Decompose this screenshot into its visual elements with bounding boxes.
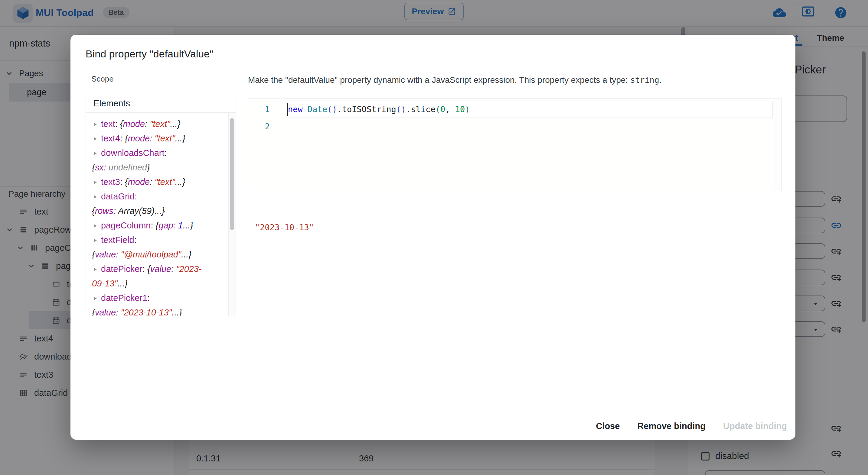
remove-binding-button[interactable]: Remove binding (630, 417, 713, 435)
js-expression-editor[interactable]: 12 new Date().toISOString().slice(0, 10) (248, 99, 782, 191)
scope-label: Scope (91, 74, 114, 84)
editor-cursor (287, 103, 288, 116)
scope-scrollbar-track[interactable] (228, 113, 236, 316)
scope-element-datePicker[interactable]: datePicker: {value: "2023-09-13"...} (92, 262, 227, 291)
scope-element-pageColumn[interactable]: pageColumn: {gap: 1...} (92, 218, 227, 233)
dialog-title: Bind property "defaultValue" (86, 48, 213, 60)
dialog-actions: Close Remove binding Update binding (589, 417, 794, 435)
scope-element-downloadsChart[interactable]: downloadsChart: {sx: undefined} (92, 146, 227, 175)
code-line: new Date().toISOString().slice(0, 10) (288, 101, 771, 118)
expression-result-preview: "2023-10-13" (255, 223, 314, 232)
line-number: 2 (248, 118, 270, 135)
scope-element-textField[interactable]: textField: {value: "@mui/toolpad"...} (92, 233, 227, 262)
update-binding-button[interactable]: Update binding (716, 417, 794, 435)
editor-scrollbar-gutter (773, 99, 781, 191)
scope-element-text4[interactable]: text4: {mode: "text"...} (92, 131, 227, 146)
scope-element-datePicker1[interactable]: datePicker1: {value: "2023-10-13"...} (92, 291, 227, 316)
bind-property-dialog: Bind property "defaultValue" Scope Eleme… (70, 35, 796, 440)
description-text: Make the "defaultValue" property dynamic… (248, 75, 630, 84)
expected-type: string (630, 75, 659, 84)
description-period: . (659, 75, 662, 84)
scope-element-text3[interactable]: text3: {mode: "text"...} (92, 175, 227, 189)
scope-element-text[interactable]: text: {mode: "text"...} (92, 116, 227, 131)
dialog-description: Make the "defaultValue" property dynamic… (248, 74, 661, 86)
scope-scrollbar-thumb[interactable] (230, 118, 234, 230)
line-number: 1 (248, 101, 270, 118)
close-button[interactable]: Close (589, 417, 627, 435)
code-line (288, 118, 771, 135)
scope-elements-panel: Elements text: {mode: "text"...}text4: {… (86, 94, 236, 316)
scope-elements-header: Elements (86, 94, 236, 113)
scope-element-dataGrid[interactable]: dataGrid: {rows: Array(59)...} (92, 189, 227, 218)
scope-elements-list: text: {mode: "text"...}text4: {mode: "te… (86, 113, 228, 316)
